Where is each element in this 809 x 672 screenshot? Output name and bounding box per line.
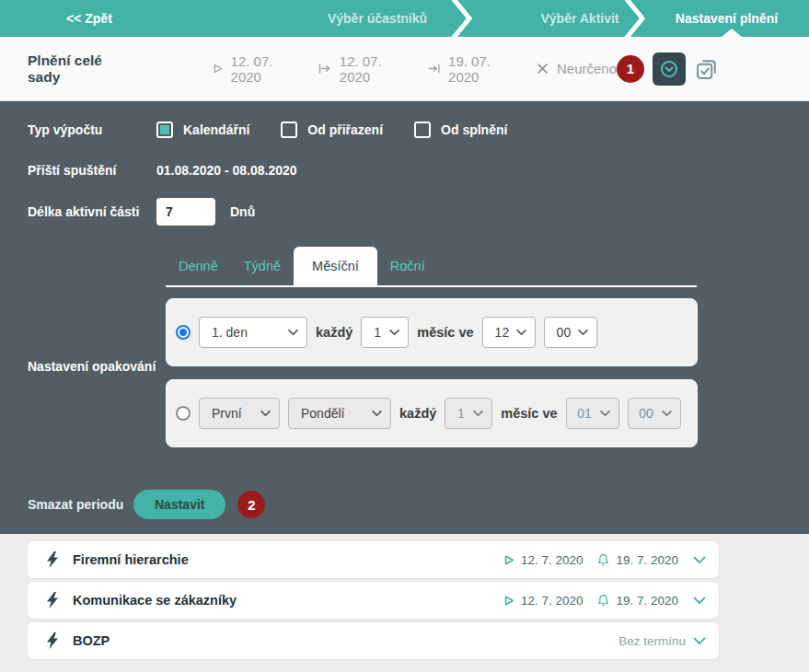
wizard-step-label: Výběr Aktivit	[540, 11, 618, 26]
wizard-step-label: Nastavení plnění	[676, 11, 778, 26]
next-run-row: Příští spuštění 01.08.2020 - 08.08.2020	[28, 156, 809, 184]
play-icon	[503, 595, 514, 607]
repeat-options: 1. den každý 1 měsíc ve 12 00	[166, 298, 698, 447]
every-label: každý	[316, 325, 352, 340]
app: << Zpět Výběr účastníků Výběr Aktivit Na…	[0, 0, 809, 672]
checkbox-label: Od přiřazení	[307, 122, 383, 137]
checkbox-label: Od splnění	[441, 122, 507, 137]
tab-tydne[interactable]: Týdně	[231, 247, 294, 285]
bell-icon	[597, 553, 609, 566]
set-fulfillment-toolbar: Plnění celé sady 12. 07. 2020 12. 07. 20…	[0, 37, 809, 101]
radio-selected[interactable]	[176, 325, 191, 340]
activity-row[interactable]: BOZP Bez termínu	[28, 622, 719, 659]
clock-icon	[659, 59, 679, 79]
chevron-down-icon[interactable]	[693, 556, 706, 564]
activity-row[interactable]: Komunikace se zákazníky 12. 7. 2020 19. …	[28, 582, 719, 619]
chevron-down-icon	[473, 411, 483, 417]
activity-title: Firemní hierarchie	[73, 552, 189, 567]
play-icon	[213, 62, 223, 75]
ordinal-select[interactable]: První	[199, 398, 280, 429]
calc-type-row: Typ výpočtu Kalendářní Od přiřazení Od s…	[28, 116, 809, 144]
next-run-value: 01.08.2020 - 08.08.2020	[156, 163, 297, 178]
activities-list: Firemní hierarchie 12. 7. 2020 19. 7. 20…	[0, 534, 809, 672]
active-length-label: Délka aktivní části	[28, 204, 156, 219]
activity-dates: Bez termínu	[618, 634, 706, 648]
tab-rocni[interactable]: Roční	[377, 247, 438, 285]
wizard-header: << Zpět Výběr účastníků Výběr Aktivit Na…	[0, 0, 809, 37]
chevron-down-icon[interactable]	[693, 597, 706, 605]
wizard-back-label: << Zpět	[66, 11, 112, 26]
minute-select[interactable]: 00	[628, 398, 681, 429]
start-date-field[interactable]: 12. 07. 2020	[213, 53, 292, 85]
activity-start-date: 12. 7. 2020	[503, 594, 584, 608]
activity-start-date: 12. 7. 2020	[503, 553, 584, 567]
activity-title: BOZP	[73, 633, 110, 648]
activity-dates: 12. 7. 2020 19. 7. 2020	[503, 553, 706, 567]
month-in-label: měsíc ve	[501, 406, 557, 421]
delete-period-label: Smazat periodu	[28, 497, 133, 512]
activity-title: Komunikace se zákazníky	[73, 593, 237, 608]
chevron-down-icon	[372, 411, 382, 417]
repeat-option-weekday: První Pondělí každý 1 měsíc ve 01	[166, 379, 698, 447]
delete-period-row: Smazat periodu Nastavit 2	[28, 490, 809, 519]
tab-mesicni[interactable]: Měsíční	[294, 247, 377, 285]
checkbox-checked-icon	[156, 122, 173, 138]
clock-button[interactable]	[653, 52, 686, 86]
checkbox-kalendarni[interactable]: Kalendářní	[156, 122, 249, 138]
checkbox-unchecked-icon	[281, 122, 297, 138]
set-period-button[interactable]: Nastavit	[133, 490, 225, 519]
radio-unselected[interactable]	[176, 406, 191, 421]
interval-select[interactable]: 1	[361, 317, 409, 348]
active-step-pointer	[722, 29, 742, 37]
checkbox-od-splneni[interactable]: Od splnění	[414, 122, 507, 138]
tab-denne[interactable]: Denně	[166, 247, 231, 285]
due-date-value: 19. 07. 2020	[448, 53, 509, 85]
hour-select[interactable]: 01	[566, 398, 619, 429]
lightning-icon	[46, 551, 59, 568]
start-date-value: 12. 07. 2020	[231, 53, 292, 85]
wizard-step-label: Výběr účastníků	[328, 11, 427, 26]
monthday-select[interactable]: 1. den	[199, 317, 307, 348]
chevron-down-icon	[600, 411, 610, 417]
chevron-down-icon	[260, 411, 271, 417]
close-icon	[537, 63, 549, 75]
chevron-down-icon	[516, 330, 526, 336]
chevron-separator-icon	[449, 0, 473, 37]
lightning-icon	[46, 592, 59, 608]
interval-select[interactable]: 1	[445, 398, 492, 429]
bell-icon	[597, 594, 609, 607]
undetermined-field[interactable]: Neurčeno	[537, 61, 617, 76]
due-date-field[interactable]: 19. 07. 2020	[428, 53, 509, 85]
hour-select[interactable]: 12	[482, 317, 536, 348]
chevron-down-icon	[578, 330, 588, 336]
repeat-settings-row: Nastavení opakování 1. den každý 1 měsíc…	[28, 298, 809, 447]
checkbox-od-prirazeni[interactable]: Od přiřazení	[281, 122, 383, 138]
no-term-label: Bez termínu	[618, 634, 686, 648]
arrow-to-bar-icon	[428, 63, 440, 75]
activity-reminder-date: 19. 7. 2020	[597, 553, 678, 567]
checkbox-label: Kalendářní	[183, 122, 249, 137]
wizard-back-button[interactable]: << Zpět	[66, 0, 112, 37]
repeat-option-monthday: 1. den každý 1 měsíc ve 12 00	[166, 298, 698, 366]
active-length-input[interactable]	[156, 198, 215, 226]
repeat-settings-label: Nastavení opakování	[28, 298, 156, 374]
step-badge-2: 2	[237, 491, 265, 518]
wizard-step-participants[interactable]: Výběr účastníků	[285, 0, 469, 37]
from-date-field[interactable]: 12. 07. 2020	[318, 53, 399, 85]
checkbox-unchecked-icon	[414, 122, 431, 138]
chevron-down-icon[interactable]	[693, 637, 706, 645]
activity-row[interactable]: Firemní hierarchie 12. 7. 2020 19. 7. 20…	[28, 541, 719, 578]
activity-reminder-date: 19. 7. 2020	[597, 594, 678, 608]
toolbar-actions: 1	[617, 52, 720, 86]
month-in-label: měsíc ve	[417, 325, 473, 340]
chevron-down-icon	[662, 411, 672, 417]
chevron-down-icon	[288, 330, 298, 336]
active-length-unit: Dnů	[230, 204, 255, 219]
every-label: každý	[399, 406, 436, 421]
weekday-select[interactable]: Pondělí	[288, 398, 391, 429]
lightning-icon	[46, 632, 59, 649]
copy-check-icon[interactable]	[694, 56, 720, 82]
activity-dates: 12. 7. 2020 19. 7. 2020	[503, 594, 706, 608]
minute-select[interactable]: 00	[544, 317, 597, 348]
chevron-down-icon	[389, 330, 399, 336]
